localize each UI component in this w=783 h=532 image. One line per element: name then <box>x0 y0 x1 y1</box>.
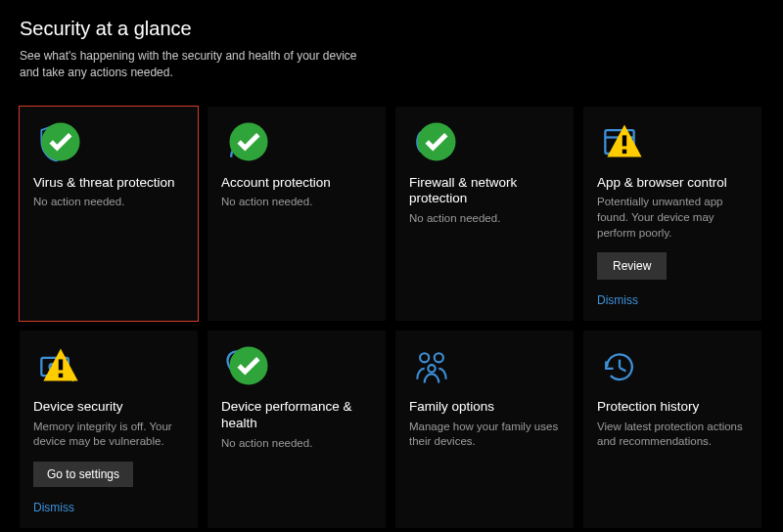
heart-pulse-icon <box>221 344 266 389</box>
tile-title: Firewall & network protection <box>409 175 560 208</box>
page-title: Security at a glance <box>20 18 763 40</box>
svg-rect-9 <box>622 149 626 153</box>
tile-title: Device security <box>33 399 184 416</box>
svg-rect-12 <box>59 359 63 370</box>
svg-rect-8 <box>622 135 626 146</box>
tile-title: App & browser control <box>597 175 748 192</box>
antenna-icon <box>409 120 454 165</box>
svg-point-15 <box>420 353 429 362</box>
svg-line-19 <box>620 368 625 372</box>
svg-point-17 <box>428 365 435 372</box>
tile-desc: Manage how your family uses their device… <box>409 420 560 450</box>
dismiss-link[interactable]: Dismiss <box>33 501 184 514</box>
dismiss-link[interactable]: Dismiss <box>597 293 748 307</box>
tile-desc: Memory integrity is off. Your device may… <box>33 420 184 450</box>
tile-desc: Potentially unwanted app found. Your dev… <box>597 195 748 241</box>
shield-icon <box>33 120 78 165</box>
tile-title: Protection history <box>597 399 748 416</box>
tile-title: Family options <box>409 399 560 416</box>
person-icon <box>221 120 266 165</box>
tile-title: Virus & threat protection <box>33 175 184 192</box>
tile-title: Device performance & health <box>221 399 372 432</box>
tile-desc: No action needed. <box>33 195 184 210</box>
tile-desc: No action needed. <box>221 195 372 210</box>
svg-rect-13 <box>59 374 63 377</box>
tile-family-options[interactable]: Family options Manage how your family us… <box>395 331 574 528</box>
tile-account-protection[interactable]: Account protection No action needed. <box>207 107 386 321</box>
window-icon <box>597 120 642 165</box>
tile-title: Account protection <box>221 175 372 192</box>
tile-device-security[interactable]: Device security Memory integrity is off.… <box>20 331 198 528</box>
chip-icon <box>33 344 78 389</box>
history-icon <box>597 344 642 389</box>
tile-app-browser[interactable]: App & browser control Potentially unwant… <box>583 107 761 321</box>
tile-firewall[interactable]: Firewall & network protection No action … <box>395 107 574 321</box>
tile-desc: No action needed. <box>221 436 372 452</box>
go-to-settings-button[interactable]: Go to settings <box>33 462 133 487</box>
tile-virus-threat[interactable]: Virus & threat protection No action need… <box>20 107 198 321</box>
svg-point-16 <box>435 353 443 362</box>
tile-performance-health[interactable]: Device performance & health No action ne… <box>207 331 386 528</box>
tile-protection-history[interactable]: Protection history View latest protectio… <box>583 331 761 528</box>
family-icon <box>409 344 454 389</box>
review-button[interactable]: Review <box>597 252 667 280</box>
tiles-grid: Virus & threat protection No action need… <box>20 107 763 528</box>
tile-desc: No action needed. <box>409 211 560 227</box>
tile-desc: View latest protection actions and recom… <box>597 420 748 450</box>
page-subtitle: See what's happening with the security a… <box>20 48 372 81</box>
